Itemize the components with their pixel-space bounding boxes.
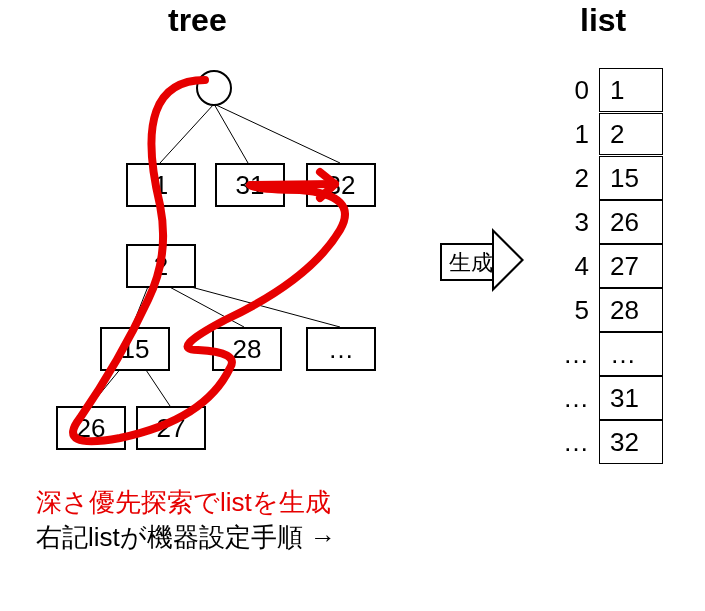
svg-line-7: [90, 367, 122, 406]
svg-line-2: [214, 104, 340, 163]
tree-node-26: 26: [56, 406, 126, 450]
list-row: 215: [545, 156, 663, 200]
svg-line-4: [132, 284, 149, 327]
tree-node-27: 27: [136, 406, 206, 450]
tree-node-1: 1: [126, 163, 196, 207]
list-row: 427: [545, 244, 663, 288]
output-list: 01 12 215 326 427 528 …… …31 …32: [545, 68, 663, 464]
list-row: 01: [545, 68, 663, 112]
tree-node-32: 32: [306, 163, 376, 207]
generate-arrow: 生成: [440, 230, 525, 290]
list-row: …32: [545, 420, 663, 464]
title-tree: tree: [168, 2, 227, 39]
list-row: …31: [545, 376, 663, 420]
list-row: 326: [545, 200, 663, 244]
tree-node-31: 31: [215, 163, 285, 207]
caption-red: 深さ優先探索でlistを生成: [36, 485, 331, 520]
list-row: ……: [545, 332, 663, 376]
svg-line-5: [164, 284, 244, 327]
tree-node-28: 28: [212, 327, 282, 371]
tree-node-more: …: [306, 327, 376, 371]
list-row: 12: [545, 112, 663, 156]
arrow-label: 生成: [440, 248, 502, 278]
svg-line-8: [144, 367, 170, 406]
tree-node-15: 15: [100, 327, 170, 371]
svg-line-0: [160, 104, 214, 163]
tree-node-2: 2: [126, 244, 196, 288]
svg-line-1: [214, 104, 248, 163]
svg-line-6: [180, 284, 340, 327]
title-list: list: [580, 2, 626, 39]
caption-black: 右記listが機器設定手順 →: [36, 520, 336, 555]
list-row: 528: [545, 288, 663, 332]
tree-root: [196, 70, 232, 106]
